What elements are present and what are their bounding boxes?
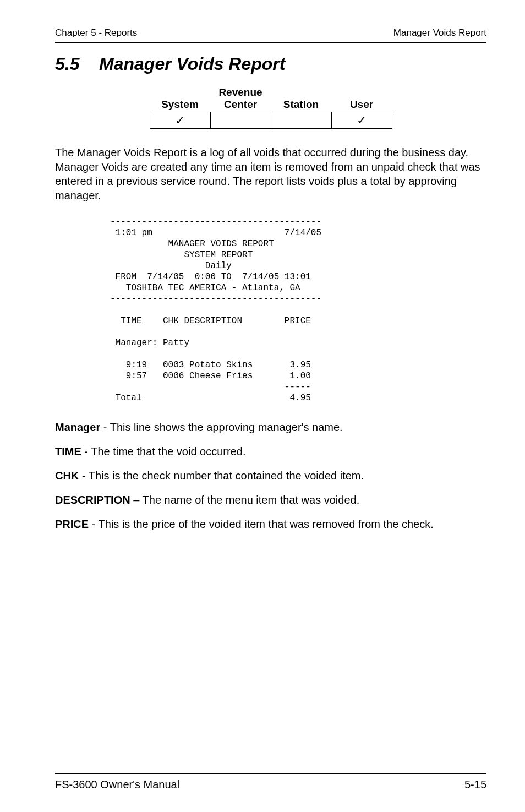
def-time: TIME - The time that the void occurred. (55, 444, 486, 459)
section-name: Manager Voids Report (99, 54, 285, 74)
col-center-label: Center (224, 99, 257, 110)
def-price: PRICE - This is the price of the voided … (55, 517, 486, 531)
def-manager-text: - This line shows the approving manager'… (100, 421, 342, 433)
page-header: Chapter 5 - Reports Manager Voids Report (55, 28, 486, 39)
def-description-label: DESCRIPTION (55, 494, 130, 506)
def-time-text: - The time that the void occurred. (81, 445, 246, 457)
intro-paragraph: The Manager Voids Report is a log of all… (55, 145, 486, 203)
page-footer: FS-3600 Owner's Manual 5-15 (55, 773, 486, 791)
footer-left: FS-3600 Owner's Manual (55, 778, 179, 791)
col-center: Revenue Center (210, 85, 271, 112)
cell-user: ✓ (331, 112, 392, 129)
cell-station (271, 112, 331, 129)
cell-system: ✓ (150, 112, 210, 129)
def-manager-label: Manager (55, 421, 100, 433)
def-chk-label: CHK (55, 470, 79, 482)
col-system: System (150, 85, 210, 112)
col-revenue-top: Revenue (218, 86, 262, 98)
table-row: ✓ ✓ (150, 112, 392, 129)
availability-table: System Revenue Center Station User ✓ ✓ (150, 85, 392, 129)
section-title: 5.5 Manager Voids Report (55, 54, 486, 74)
section-number: 5.5 (55, 54, 79, 74)
footer-right: 5-15 (464, 778, 486, 791)
header-left: Chapter 5 - Reports (55, 28, 137, 39)
def-price-text: - This is the price of the voided item t… (89, 518, 434, 530)
def-price-label: PRICE (55, 518, 89, 530)
footer-rule (55, 773, 486, 774)
def-description-text: – The name of the menu item that was voi… (130, 494, 360, 506)
def-description: DESCRIPTION – The name of the menu item … (55, 493, 486, 507)
def-chk: CHK - This is the check number that cont… (55, 468, 486, 483)
col-station: Station (271, 85, 331, 112)
def-time-label: TIME (55, 445, 81, 457)
col-station-label: Station (283, 99, 319, 110)
col-user-label: User (350, 99, 373, 110)
cell-center (210, 112, 271, 129)
def-manager: Manager - This line shows the approving … (55, 420, 486, 434)
col-user: User (331, 85, 392, 112)
header-right: Manager Voids Report (393, 28, 486, 39)
col-system-label: System (161, 99, 199, 110)
sample-report: ----------------------------------------… (110, 216, 486, 404)
def-chk-text: - This is the check number that containe… (79, 470, 364, 482)
header-rule (55, 42, 486, 43)
